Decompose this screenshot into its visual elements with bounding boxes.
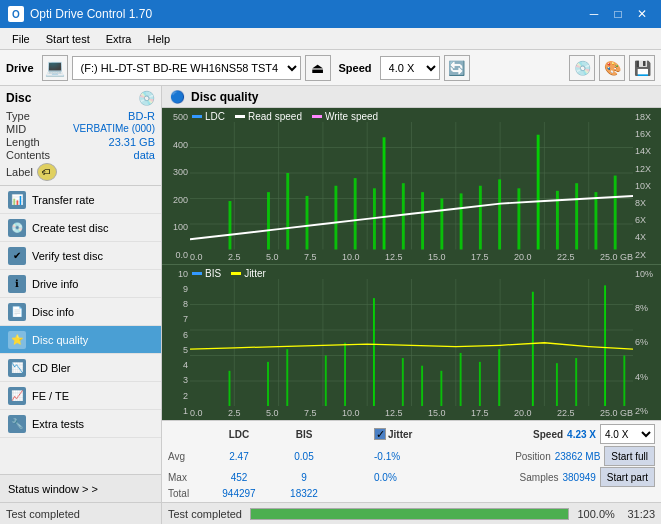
drive-icon-button[interactable]: 💻 — [42, 55, 68, 81]
x-2-5: 2.5 — [228, 252, 241, 262]
y-label-200: 200 — [164, 195, 188, 205]
verify-test-icon: ✔ — [8, 247, 26, 265]
save-button[interactable]: 💾 — [629, 55, 655, 81]
drive-select[interactable]: (F:) HL-DT-ST BD-RE WH16NS58 TST4 — [72, 56, 301, 80]
close-button[interactable]: ✕ — [631, 4, 653, 24]
disc-label-label: Label — [6, 166, 33, 178]
legend-ldc: LDC — [192, 111, 225, 122]
position-value: 23862 MB — [555, 451, 601, 462]
jitter-checkbox[interactable]: ✓ — [374, 428, 386, 440]
charts-container: LDC Read speed Write speed 500 400 30 — [162, 108, 661, 420]
disc-length-value: 23.31 GB — [109, 136, 155, 148]
disc-contents-value: data — [134, 149, 155, 161]
menu-start-test[interactable]: Start test — [38, 31, 98, 47]
menu-file[interactable]: File — [4, 31, 38, 47]
disc-mid-value: VERBATIMe (000) — [73, 123, 155, 135]
position-label: Position — [515, 451, 551, 462]
bx-22-5: 22.5 — [557, 408, 575, 418]
elapsed-time: 31:23 — [627, 508, 655, 520]
nav-create-test[interactable]: 💿 Create test disc — [0, 214, 161, 242]
ldc-legend-icon — [192, 115, 202, 118]
y-label-300: 300 — [164, 167, 188, 177]
disc-type-value: BD-R — [128, 110, 155, 122]
bottom-chart-svg — [190, 279, 633, 407]
drive-label: Drive — [6, 62, 34, 74]
status-window-button[interactable]: Status window > > — [0, 474, 161, 502]
nav-extra-tests[interactable]: 🔧 Extra tests — [0, 410, 161, 438]
bx-25-gb: 25.0 GB — [600, 408, 633, 418]
sidebar: Disc 💿 Type BD-R MID VERBATIMe (000) Len… — [0, 86, 162, 524]
nav-transfer-rate[interactable]: 📊 Transfer rate — [0, 186, 161, 214]
nav-fe-te[interactable]: 📈 FE / TE — [0, 382, 161, 410]
start-full-button[interactable]: Start full — [604, 446, 655, 466]
total-bis: 18322 — [274, 488, 334, 499]
svg-rect-25 — [479, 186, 482, 250]
svg-rect-53 — [421, 365, 423, 406]
svg-rect-32 — [614, 176, 617, 250]
legend-jitter: Jitter — [231, 268, 266, 279]
fe-te-icon: 📈 — [8, 387, 26, 405]
max-jitter: 0.0% — [374, 472, 454, 483]
x-17-5: 17.5 — [471, 252, 489, 262]
disc-button[interactable]: 💿 — [569, 55, 595, 81]
nav-disc-quality[interactable]: ⭐ Disc quality — [0, 326, 161, 354]
y-label-500: 500 — [164, 112, 188, 122]
menu-extra[interactable]: Extra — [98, 31, 140, 47]
titlebar-controls: ─ □ ✕ — [583, 4, 653, 24]
svg-rect-24 — [460, 193, 463, 249]
progress-bar-outer — [250, 508, 569, 520]
transfer-rate-icon: 📊 — [8, 191, 26, 209]
x-7-5: 7.5 — [304, 252, 317, 262]
svg-rect-17 — [334, 186, 337, 250]
disc-mid-label: MID — [6, 123, 26, 135]
nav-verify-test[interactable]: ✔ Verify test disc — [0, 242, 161, 270]
total-label: Total — [168, 488, 204, 499]
speed-target-select[interactable]: 4.0 X — [600, 424, 655, 444]
svg-rect-58 — [532, 291, 534, 406]
total-ldc: 944297 — [204, 488, 274, 499]
bottom-x-axis: 0.0 2.5 5.0 7.5 10.0 12.5 15.0 17.5 20.0… — [190, 406, 633, 420]
svg-rect-46 — [229, 370, 231, 406]
by-9: 9 — [164, 284, 188, 294]
titlebar-left: O Opti Drive Control 1.70 — [8, 6, 152, 22]
jitter-checkbox-container: ✓ Jitter — [374, 428, 454, 440]
nav-drive-info[interactable]: ℹ Drive info — [0, 270, 161, 298]
disc-type-label: Type — [6, 110, 30, 122]
y-right-10x: 10X — [635, 181, 659, 191]
y-right-18x: 18X — [635, 112, 659, 122]
settings-button[interactable]: 🎨 — [599, 55, 625, 81]
bx-20: 20.0 — [514, 408, 532, 418]
max-bis: 9 — [274, 472, 334, 483]
svg-rect-49 — [325, 355, 327, 406]
y-right-8x: 8X — [635, 198, 659, 208]
refresh-button[interactable]: 🔄 — [444, 55, 470, 81]
avg-label: Avg — [168, 451, 204, 462]
speed-measured: 4.23 X — [567, 429, 596, 440]
speed-select[interactable]: 4.0 X 2.0 X 6.0 X 8.0 X — [380, 56, 440, 80]
svg-rect-57 — [498, 349, 500, 406]
nav-cd-bler[interactable]: 📉 CD Bler — [0, 354, 161, 382]
eject-button[interactable]: ⏏ — [305, 55, 331, 81]
ldc-header: LDC — [229, 429, 250, 440]
svg-rect-28 — [537, 135, 540, 250]
start-part-button[interactable]: Start part — [600, 467, 655, 487]
minimize-button[interactable]: ─ — [583, 4, 605, 24]
by-8: 8 — [164, 299, 188, 309]
svg-rect-52 — [402, 358, 404, 406]
stats-total-row: Total 944297 18322 — [168, 488, 655, 499]
menu-help[interactable]: Help — [139, 31, 178, 47]
disc-row-type: Type BD-R — [6, 110, 155, 122]
disc-section: Disc 💿 Type BD-R MID VERBATIMe (000) Len… — [0, 86, 161, 186]
svg-rect-54 — [440, 370, 442, 406]
maximize-button[interactable]: □ — [607, 4, 629, 24]
bottom-chart: BIS Jitter 10 9 8 7 6 5 4 3 — [162, 265, 661, 421]
app-title: Opti Drive Control 1.70 — [30, 7, 152, 21]
toolbar: Drive 💻 (F:) HL-DT-ST BD-RE WH16NS58 TST… — [0, 50, 661, 86]
svg-rect-56 — [479, 361, 481, 406]
bx-5: 5.0 — [266, 408, 279, 418]
by-right-6p: 6% — [635, 337, 659, 347]
bottom-chart-legend: BIS Jitter — [192, 268, 266, 279]
nav-disc-info[interactable]: 📄 Disc info — [0, 298, 161, 326]
svg-rect-60 — [575, 358, 577, 406]
stats-avg-row: Avg 2.47 0.05 -0.1% Position 23862 MB St… — [168, 446, 655, 466]
